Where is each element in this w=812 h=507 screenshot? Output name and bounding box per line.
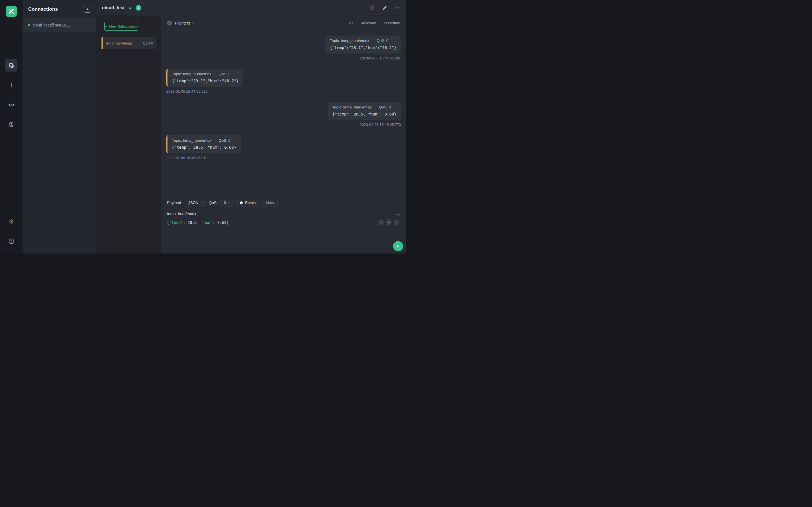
- nav-script-button[interactable]: </>: [5, 99, 17, 111]
- format-help-icon[interactable]: ?: [167, 20, 172, 25]
- qos-dropdown[interactable]: 0: [220, 199, 234, 207]
- message-meta: Topic: temp_hum/emqx QoS: 0: [332, 105, 396, 109]
- connections-panel: Connections + cloud_test@m4801...: [22, 0, 96, 253]
- collapse-panel-button[interactable]: [129, 6, 131, 9]
- help-icon: ?: [9, 238, 14, 244]
- message-published: Topic: temp_hum/emqx QoS: 0 {"temp":"23.…: [325, 36, 401, 60]
- connection-header: cloud_test 4: [96, 0, 406, 16]
- topic-input[interactable]: temp_hum/emqx: [167, 212, 196, 216]
- retain-toggle[interactable]: Retain: [236, 199, 259, 207]
- tab-all[interactable]: All: [349, 21, 353, 25]
- message-timestamp: 2023-01-05 16:45:06:019: [166, 156, 207, 160]
- log-icon: [8, 122, 14, 127]
- retain-radio-icon: [240, 202, 243, 204]
- power-icon: [370, 5, 375, 10]
- messages-toolbar: ? Plaintext All Received Published: [161, 16, 406, 31]
- subscriptions-panel: + New Subscription temp_hum/emqx QoS 0: [96, 16, 161, 253]
- message-received: Topic: temp_hum/emqx QoS: 0 {"temp": 28.…: [166, 135, 241, 160]
- nav-new-connection-button[interactable]: +: [5, 79, 17, 91]
- message-topic: Topic: temp_hum/emqx: [330, 39, 369, 43]
- payload-history-nav: ← − →: [378, 219, 399, 225]
- json-token: {: [167, 220, 169, 225]
- gear-icon: ⚙: [9, 219, 14, 224]
- tab-received[interactable]: Received: [360, 21, 376, 25]
- message-topic: Topic: temp_hum/emqx: [332, 105, 371, 109]
- message-bubble[interactable]: Topic: temp_hum/emqx QoS: 0 {"temp":"23.…: [325, 36, 401, 54]
- message-bubble[interactable]: Topic: temp_hum/emqx QoS: 0 {"temp": 28.…: [166, 135, 241, 153]
- rail-bottom: ⚙ ?: [5, 215, 17, 247]
- message-meta: Topic: temp_hum/emqx QoS: 0: [172, 72, 239, 76]
- chevron-down-icon: [397, 213, 400, 216]
- message-list[interactable]: Topic: temp_hum/emqx QoS: 0 {"temp":"23.…: [161, 31, 406, 195]
- nav-connections-button[interactable]: [5, 59, 17, 71]
- message-qos: QoS: 0: [219, 72, 231, 76]
- remove-payload-button[interactable]: −: [386, 219, 392, 225]
- edit-connection-button[interactable]: [381, 4, 388, 11]
- subscription-item[interactable]: temp_hum/emqx QoS 0: [101, 37, 156, 49]
- message-published: Topic: temp_hum/emqx QoS: 0 {"temp": 28.…: [327, 102, 401, 127]
- message-qos: QoS: 0: [219, 138, 231, 143]
- retain-label: Retain: [245, 201, 256, 205]
- connection-name: cloud_test@m4801...: [33, 23, 70, 27]
- message-received: Topic: temp_hum/emqx QoS: 0 {"temp":"23.…: [166, 69, 243, 94]
- plus-icon: +: [86, 7, 89, 11]
- nav-log-button[interactable]: [5, 118, 17, 131]
- send-message-button[interactable]: [393, 241, 403, 251]
- connections-header: Connections +: [22, 0, 96, 18]
- connections-icon: [8, 62, 14, 68]
- settings-button[interactable]: ⚙: [5, 215, 17, 228]
- tab-published[interactable]: Published: [384, 21, 400, 25]
- json-key-token: "hum": [201, 220, 213, 225]
- message-timestamp: 2023-01-05 16:44:55:281: [360, 56, 401, 60]
- message-payload: {"temp":"23.1","hum":"46.2"}: [330, 45, 396, 50]
- chevron-down-icon: [192, 21, 194, 23]
- message-topic: Topic: temp_hum/emqx: [172, 138, 211, 143]
- code-icon: </>: [8, 103, 14, 107]
- topic-row: temp_hum/emqx: [167, 211, 400, 217]
- json-token: : 0.68}: [213, 220, 229, 225]
- payload-editor[interactable]: {"temp": 28.5, "hum": 0.68}: [167, 220, 400, 225]
- message-payload: {"temp": 28.5, "hum": 0.68}: [172, 145, 236, 150]
- message-topic: Topic: temp_hum/emqx: [172, 72, 211, 76]
- payload-format-select[interactable]: Plaintext: [175, 21, 194, 25]
- json-token: : 28.5,: [183, 220, 201, 225]
- new-connection-button[interactable]: +: [84, 6, 91, 13]
- subscription-qos: QoS 0: [143, 41, 153, 45]
- new-subscription-button[interactable]: + New Subscription: [104, 22, 138, 31]
- plus-icon: +: [9, 81, 13, 89]
- payload-format-dropdown[interactable]: JSON: [185, 199, 206, 207]
- messages-panel: ? Plaintext All Received Published: [161, 16, 406, 253]
- help-button[interactable]: ?: [5, 235, 17, 247]
- plus-icon: +: [105, 24, 107, 29]
- chevron-down-icon: [229, 201, 231, 203]
- connection-list-item[interactable]: cloud_test@m4801...: [22, 18, 96, 33]
- mqttx-logo-icon: [8, 8, 15, 15]
- prev-payload-button[interactable]: ←: [378, 219, 384, 225]
- connected-status-dot: [28, 24, 30, 26]
- next-payload-button[interactable]: →: [394, 219, 399, 225]
- message-qos: QoS: 0: [377, 39, 389, 43]
- subscription-topic: temp_hum/emqx: [105, 41, 133, 45]
- message-timestamp: 2023-01-05 16:45:05:773: [360, 122, 401, 127]
- json-key-token: "temp": [169, 220, 183, 225]
- chevron-down-icon: [201, 201, 203, 203]
- workspace-body: + New Subscription temp_hum/emqx QoS 0 ?…: [96, 16, 406, 253]
- disconnect-button[interactable]: [369, 4, 375, 11]
- mqttx-app-window: + </> ⚙ ?: [0, 0, 406, 253]
- mqttx-logo: [6, 6, 17, 17]
- paper-plane-icon: [396, 244, 400, 248]
- message-bubble[interactable]: Topic: temp_hum/emqx QoS: 0 {"temp":"23.…: [166, 69, 243, 87]
- collapse-editor-button[interactable]: [396, 211, 400, 217]
- message-qos: QoS: 0: [379, 105, 391, 109]
- qos-value: 0: [224, 201, 226, 205]
- header-actions: [369, 4, 400, 11]
- more-options-button[interactable]: [394, 4, 400, 11]
- rail-nav: + </>: [5, 59, 17, 131]
- meta-button[interactable]: Meta: [262, 199, 278, 207]
- message-timestamp: 2023-01-05 16:44:55:529: [166, 89, 207, 94]
- message-filter-tabs: All Received Published: [349, 21, 400, 25]
- message-bubble[interactable]: Topic: temp_hum/emqx QoS: 0 {"temp": 28.…: [327, 102, 401, 120]
- new-subscription-label: New Subscription: [109, 24, 138, 29]
- workspace: cloud_test 4: [96, 0, 406, 253]
- connection-title: cloud_test: [102, 5, 124, 10]
